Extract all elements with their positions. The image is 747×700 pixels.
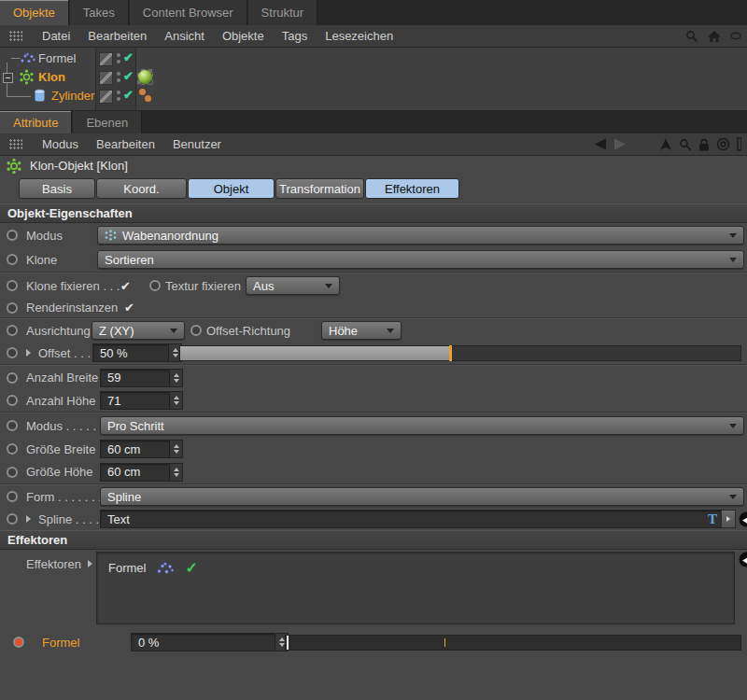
keyframe-circle-icon[interactable] (7, 302, 18, 314)
offset-input[interactable]: 50 % (92, 343, 182, 362)
menu-bearbeiten[interactable]: Bearbeiten (96, 137, 155, 151)
eye-icon[interactable] (730, 32, 741, 40)
expand-arrow-icon[interactable] (26, 515, 35, 523)
formel-strength-slider[interactable] (285, 635, 741, 651)
material-tag-icon[interactable] (137, 69, 153, 85)
menu-tags[interactable]: Tags (282, 29, 307, 43)
tree-row-formel[interactable]: Formel ✔ (0, 49, 747, 68)
effector-name[interactable]: Formel (108, 561, 146, 575)
ausrichtung-dropdown[interactable]: Z (XY) (92, 321, 185, 340)
keyframe-circle-icon[interactable] (7, 420, 18, 431)
textur-fixieren-dropdown[interactable]: Aus (246, 276, 340, 295)
keyframe-circle-icon[interactable] (7, 443, 18, 455)
spinner-arrows[interactable] (169, 392, 182, 409)
menu-lesezeichen[interactable]: Lesezeichen (325, 29, 393, 43)
tree-row-zylinder[interactable]: Zylinder ✔ (0, 87, 747, 105)
collapse-expander[interactable] (3, 73, 13, 83)
history-back-icon[interactable] (592, 138, 607, 150)
panel-grip-icon[interactable] (9, 139, 22, 150)
form-dropdown[interactable]: Spline (100, 487, 744, 506)
renderinstanzen-checkbox[interactable]: ✔ (124, 301, 134, 315)
up-arrow-icon[interactable] (659, 138, 672, 151)
tab-basis[interactable]: Basis (19, 178, 95, 199)
effector-enabled-check-icon[interactable]: ✓ (185, 559, 197, 577)
klone-fixieren-checkbox[interactable]: ✔ (120, 279, 131, 293)
home-icon[interactable] (707, 30, 722, 43)
keyframe-circle-icon[interactable] (149, 280, 161, 291)
enabled-check-icon[interactable]: ✔ (123, 69, 134, 83)
menu-bearbeiten[interactable]: Bearbeiten (88, 29, 147, 43)
effector-record-circle-icon[interactable] (13, 637, 24, 648)
object-name[interactable]: Zylinder (51, 89, 94, 103)
modus-dropdown[interactable]: Wabenanordnung (97, 226, 744, 245)
tab-struktur[interactable]: Struktur (248, 0, 318, 25)
phong-tag-icon[interactable] (138, 88, 153, 103)
keyframe-circle-icon[interactable] (190, 325, 202, 336)
pick-object-button[interactable] (739, 552, 747, 567)
tab-takes[interactable]: Takes (70, 0, 129, 25)
menu-ansicht[interactable]: Ansicht (164, 29, 204, 43)
klone-dropdown[interactable]: Sortieren (97, 250, 744, 269)
visibility-dots-icon[interactable] (117, 91, 120, 94)
keyframe-circle-icon[interactable] (7, 513, 18, 525)
modus-schritt-dropdown[interactable]: Pro Schritt (100, 416, 744, 435)
keyframe-circle-icon[interactable] (7, 372, 18, 384)
history-forward-icon[interactable] (613, 138, 628, 150)
clipped-icon[interactable] (737, 137, 741, 151)
effektoren-list-item[interactable]: Formel ✓ (97, 553, 734, 577)
keyframe-circle-icon[interactable] (7, 230, 18, 241)
layer-toggle-icon[interactable] (99, 71, 113, 85)
tree-row-klon[interactable]: Klon ✔ (0, 68, 747, 87)
groesse-hoehe-input[interactable]: 60 cm (100, 463, 183, 482)
tab-effektoren[interactable]: Effektoren (365, 178, 459, 199)
object-name[interactable]: Formel (38, 51, 76, 65)
menu-modus[interactable]: Modus (42, 137, 78, 151)
spinner-arrows[interactable] (169, 370, 182, 386)
spinner-arrows[interactable] (169, 464, 182, 481)
menu-benutzer[interactable]: Benutzer (173, 137, 221, 151)
enabled-check-icon[interactable]: ✔ (123, 88, 134, 102)
menu-datei[interactable]: Datei (42, 29, 70, 43)
search-icon[interactable] (685, 30, 698, 43)
pick-object-button[interactable] (739, 511, 747, 527)
keyframe-circle-icon[interactable] (7, 280, 18, 291)
tab-koord[interactable]: Koord. (96, 178, 187, 199)
slider-handle[interactable] (287, 636, 289, 650)
keyframe-circle-icon[interactable] (7, 325, 18, 336)
search-icon[interactable] (679, 138, 692, 151)
tab-content-browser[interactable]: Content Browser (130, 0, 247, 25)
tab-objekte[interactable]: Objekte (0, 0, 69, 25)
enabled-check-icon[interactable]: ✔ (123, 50, 134, 64)
tab-ebenen[interactable]: Ebenen (73, 111, 142, 133)
keyframe-circle-icon[interactable] (7, 491, 18, 502)
menu-objekte[interactable]: Objekte (222, 29, 264, 43)
spline-link-field[interactable]: Text T (100, 510, 727, 528)
groesse-breite-input[interactable]: 60 cm (100, 440, 183, 458)
visibility-dots-icon[interactable] (117, 72, 120, 76)
visibility-dots-icon[interactable] (117, 53, 120, 57)
slider-handle[interactable] (449, 345, 452, 361)
keyframe-circle-icon[interactable] (7, 254, 18, 265)
layer-toggle-icon[interactable] (99, 90, 113, 104)
offset-richtung-dropdown[interactable]: Höhe (321, 321, 402, 340)
lock-icon[interactable] (698, 138, 710, 151)
anzahl-breite-input[interactable]: 59 (100, 369, 183, 387)
expand-arrow-icon[interactable] (88, 560, 96, 567)
layer-toggle-icon[interactable] (99, 52, 113, 66)
anzahl-hoehe-input[interactable]: 71 (100, 391, 183, 410)
object-name[interactable]: Klon (38, 70, 65, 84)
tab-attribute[interactable]: Attribute (0, 111, 72, 133)
spinner-arrows[interactable] (169, 441, 182, 457)
tab-objekt[interactable]: Objekt (188, 178, 275, 199)
panel-grip-icon[interactable] (9, 31, 22, 42)
keyframe-circle-icon[interactable] (7, 467, 18, 478)
formel-strength-input[interactable]: 0 % (131, 633, 289, 651)
link-options-button[interactable] (721, 510, 736, 528)
tab-transformation[interactable]: Transformation (275, 178, 364, 199)
target-icon[interactable] (716, 137, 730, 151)
keyframe-circle-icon[interactable] (7, 347, 18, 358)
expand-arrow-icon[interactable] (26, 349, 35, 357)
offset-slider[interactable] (179, 345, 741, 361)
keyframe-circle-icon[interactable] (7, 395, 18, 406)
effektoren-list-box[interactable]: Formel ✓ (96, 552, 735, 624)
